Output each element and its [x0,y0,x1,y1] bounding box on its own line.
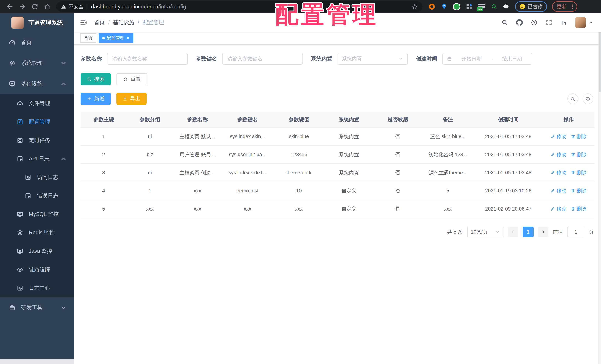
hamburger-icon[interactable] [80,19,88,26]
browser-menu-kebab-icon[interactable] [570,4,575,10]
font-size-icon[interactable] [560,19,567,26]
extension-grid-icon[interactable] [466,3,472,10]
delete-link[interactable]: 删除 [571,187,587,194]
profile-paused-badge[interactable]: 已暂停 [515,1,547,12]
breadcrumb-separator: / [108,20,110,26]
header-search-icon[interactable] [501,19,508,26]
table-cell: 蓝色 skin-blue... [422,127,474,145]
edit-link[interactable]: 修改 [551,151,566,158]
user-avatar[interactable] [575,17,586,28]
table-cell: 1 [80,127,127,145]
page-scrollbar[interactable] [598,13,601,364]
table-cell-actions: 修改删除 [543,145,594,164]
sidebar-item-error-log[interactable]: 错误日志 [0,187,74,205]
param-name-input[interactable] [107,53,188,65]
refresh-table-button[interactable] [582,93,593,104]
extension-pin-icon[interactable] [441,3,447,10]
refresh-icon [585,96,591,101]
table-cell: sys.user.init-pa... [222,145,273,164]
delete-link[interactable]: 删除 [571,169,587,176]
sidebar-item-access-log[interactable]: 访问日志 [0,168,74,187]
table-cell: ui [127,164,173,182]
sidebar-item-log-center[interactable]: 日志中心 [0,279,74,297]
sidebar-item-java[interactable]: Java 监控 [0,242,74,260]
table-cell: 10 [273,182,325,200]
breadcrumb-item[interactable]: 首页 [94,19,105,26]
not-secure-warning-icon[interactable] [61,4,67,10]
export-button[interactable]: 导出 [116,93,147,105]
extension-search-icon[interactable] [491,3,497,10]
sidebar-item-redis[interactable]: Redis 监控 [0,223,74,242]
page-content: 参数名称 参数键名 系统内置 系统内置 创建时间 [74,45,601,237]
address-bar[interactable]: 不安全 dashboard.yudao.iocoder.cn/infra/con… [56,1,423,12]
url-path[interactable]: /infra/config [158,4,186,10]
sidebar-item-config[interactable]: 配置管理 [0,113,74,131]
browser-update-button[interactable]: 更新 [552,1,577,12]
param-key-input[interactable] [222,53,303,65]
date-range-picker[interactable]: 开始日期 - 结束日期 [442,53,532,65]
browser-reload-icon[interactable] [31,3,38,10]
delete-link[interactable]: 删除 [571,206,587,212]
breadcrumb-item[interactable]: 配置管理 [142,19,164,26]
delete-link[interactable]: 删除 [571,133,587,140]
page-number-button[interactable]: 1 [522,227,534,237]
edit-link[interactable]: 修改 [551,169,566,176]
search-button[interactable]: 搜索 [80,73,111,85]
dashboard-icon [9,39,16,46]
bookmark-star-icon[interactable] [411,3,418,10]
chevron-up-icon [60,81,67,87]
screen-icon [17,248,23,254]
tab-首页[interactable]: 首页 [80,33,96,43]
extension-list-icon[interactable]: on [478,3,485,10]
browser-back-icon[interactable] [6,3,13,10]
edit-link[interactable]: 修改 [551,206,566,212]
table-body: 1ui主框架页-默认...sys.index.skin...skin-blue系… [80,127,594,218]
table-cell-actions: 修改删除 [543,127,594,145]
sidebar-item-label: 文件管理 [29,100,50,107]
table-cell: xxx [173,200,222,218]
next-page-button[interactable] [538,227,548,237]
github-icon[interactable] [516,19,523,26]
page-size-select[interactable]: 10条/页 [467,227,503,237]
browser-forward-icon[interactable] [19,3,26,10]
toggle-search-button[interactable] [567,93,578,104]
fullscreen-icon[interactable] [546,19,552,26]
browser-home-icon[interactable] [44,3,51,10]
briefcase-icon [9,304,16,311]
sidebar-item-infra[interactable]: 基础设施 [0,73,74,94]
delete-link[interactable]: 删除 [571,151,587,158]
sidebar-item-mysql[interactable]: MySQL 监控 [0,205,74,223]
add-button[interactable]: 新增 [80,93,111,105]
url-host[interactable]: dashboard.yudao.iocoder.cn [91,4,158,10]
table-cell: xxx [173,182,222,200]
reset-button-label: 重置 [130,76,141,83]
extension-ring-icon[interactable] [429,3,435,10]
help-icon[interactable] [531,19,538,26]
tab-配置管理[interactable]: 配置管理 [99,33,133,43]
edit-link[interactable]: 修改 [551,187,566,194]
filter-name-label: 参数名称 [80,55,102,62]
not-secure-label[interactable]: 不安全 [69,3,84,10]
table-cell: theme-dark [273,164,325,182]
sidebar-item-api-log[interactable]: API 日志 [0,150,74,168]
avatar-caret-down-icon[interactable] [589,20,593,25]
goto-page-input[interactable] [567,227,584,237]
reset-button[interactable]: 重置 [116,73,147,85]
sidebar-item-dev-tools[interactable]: 研发工具 [0,297,74,318]
sidebar-logo-row[interactable]: 芋道管理系统 [0,13,74,32]
sidebar-item-job[interactable]: 定时任务 [0,131,74,150]
paused-label: 已暂停 [528,3,543,10]
builtin-select[interactable]: 系统内置 [338,53,408,65]
sidebar-item-home[interactable]: 首页 [0,32,74,53]
table-cell: 主框架页-侧边... [173,164,222,182]
sidebar-item-file[interactable]: 文件管理 [0,94,74,113]
table-cell: 用户管理-账号... [173,145,222,164]
extension-y-icon[interactable] [453,3,460,10]
extensions-puzzle-icon[interactable] [503,3,509,10]
sidebar-item-system[interactable]: 系统管理 [0,53,74,73]
edit-link[interactable]: 修改 [551,133,566,140]
prev-page-button[interactable] [508,227,518,237]
sidebar-item-trace[interactable]: 链路追踪 [0,260,74,279]
breadcrumb-item[interactable]: 基础设施 [113,19,134,26]
table-cell-actions: 修改删除 [543,200,594,218]
